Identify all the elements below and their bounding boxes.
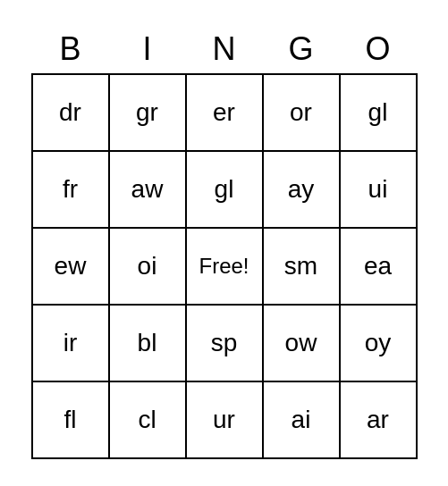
cell-1-2: gl [187,152,264,229]
bingo-header: B I N G O [32,27,417,71]
header-n: N [186,27,263,71]
cell-4-4: ar [341,382,418,459]
cell-3-3: ow [264,306,341,382]
cell-4-2: ur [187,382,264,459]
cell-1-0: fr [33,152,110,229]
cell-1-1: aw [110,152,187,229]
cell-0-3: or [264,75,341,152]
cell-2-4: ea [341,229,418,306]
header-b: B [32,27,109,71]
cell-2-3: sm [264,229,341,306]
header-o: O [340,27,417,71]
cell-4-0: fl [33,382,110,459]
cell-3-1: bl [110,306,187,382]
cell-0-4: gl [341,75,418,152]
cell-3-0: ir [33,306,110,382]
cell-4-3: ai [264,382,341,459]
bingo-board: B I N G O dr gr er or gl fr aw gl ay ui … [31,27,418,459]
cell-3-4: oy [341,306,418,382]
cell-4-1: cl [110,382,187,459]
cell-2-1: oi [110,229,187,306]
bingo-grid: dr gr er or gl fr aw gl ay ui ew oi Free… [31,73,418,459]
cell-3-2: sp [187,306,264,382]
cell-2-2-free: Free! [187,229,264,306]
header-i: I [109,27,186,71]
cell-0-0: dr [33,75,110,152]
header-g: G [263,27,340,71]
cell-1-3: ay [264,152,341,229]
cell-2-0: ew [33,229,110,306]
cell-0-2: er [187,75,264,152]
cell-0-1: gr [110,75,187,152]
cell-1-4: ui [341,152,418,229]
